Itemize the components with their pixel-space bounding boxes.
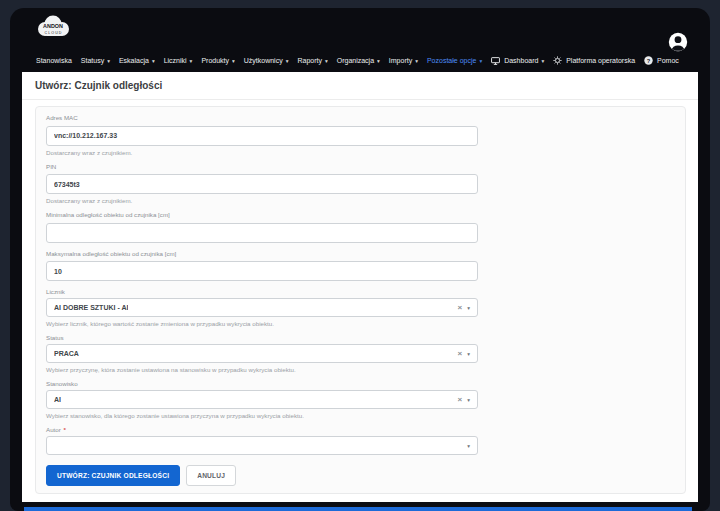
chevron-down-icon: ▾ [325,58,328,64]
nav-item-produkty[interactable]: Produkty ▾ [201,57,234,64]
chevron-down-icon: ▾ [286,58,289,64]
field-help: Wybierz stanowisko, dla którego zostanie… [46,412,675,419]
field-autor: Autor * ▾ [46,426,675,455]
chevron-down-icon: ▾ [232,58,235,64]
field-label: Adres MAC [46,114,675,121]
nav-item-raporty[interactable]: Raporty ▾ [297,57,327,64]
main-menu: Stanowiska Statusy ▾ Eskalacja ▾ Licznik… [36,56,700,65]
form-card: Adres MAC Dostarczany wraz z czujnikiem.… [35,106,686,494]
field-label: Maksymalna odległość obiektu od czujnika… [46,250,675,257]
user-avatar[interactable] [668,32,688,52]
chevron-down-icon: ▾ [479,58,482,64]
chevron-down-icon: ▾ [467,305,470,311]
question-icon: ? [644,56,653,65]
field-label: Minimalna odległość obiektu od czujnika … [46,211,675,218]
adres-mac-input[interactable] [46,126,478,146]
page-title: Utwórz: Czujnik odległości [35,80,685,91]
nav-item-uzytkownicy[interactable]: Użytkownicy ▾ [244,57,289,64]
cloud-icon: ANDON CLOUD [34,14,72,41]
cogs-icon [553,56,562,65]
nav-item-organizacja[interactable]: Organizacja ▾ [337,57,380,64]
chevron-down-icon: ▾ [107,58,110,64]
nav-item-pomoc[interactable]: ? Pomoc [644,56,679,65]
field-help: Dostarczany wraz z czujnikiem. [46,149,675,156]
svg-text:CLOUD: CLOUD [44,31,62,35]
field-status: Status PRACA × ▾ Wybierz przyczynę, któr… [46,334,675,373]
browser-window: ANDON CLOUD Stanowiska Statusy ▾ [10,8,710,511]
chevron-down-icon: ▾ [467,443,470,449]
autor-select[interactable]: ▾ [46,436,478,455]
clear-icon[interactable]: × [458,396,463,404]
selected-value: PRACA [54,350,79,357]
field-min-distance: Minimalna odległość obiektu od czujnika … [46,211,675,243]
navbar: ANDON CLOUD Stanowiska Statusy ▾ [10,8,710,72]
field-help: Wybierz przyczynę, która zostanie ustawi… [46,366,675,373]
chevron-down-icon: ▾ [190,58,193,64]
field-label: Stanowisko [46,380,675,387]
chevron-down-icon: ▾ [467,351,470,357]
nav-item-stanowiska[interactable]: Stanowiska [36,57,72,64]
licznik-select[interactable]: AI DOBRE SZTUKI - AI × ▾ [46,298,478,317]
field-max-distance: Maksymalna odległość obiektu od czujnika… [46,250,675,282]
page-header: Utwórz: Czujnik odległości [22,72,698,100]
field-licznik: Licznik AI DOBRE SZTUKI - AI × ▾ Wybierz… [46,288,675,327]
field-label: Status [46,334,675,341]
svg-text:ANDON: ANDON [43,23,63,29]
field-label: Autor * [46,426,675,433]
nav-item-importy[interactable]: Importy ▾ [389,57,418,64]
chevron-down-icon: ▾ [467,397,470,403]
selected-value: AI DOBRE SZTUKI - AI [54,304,128,311]
selected-value: AI [54,396,61,403]
nav-item-platforma-operatorska[interactable]: Platforma operatorska [553,56,635,65]
required-marker: * [64,426,66,433]
chevron-down-icon: ▾ [541,58,544,64]
nav-item-eskalacja[interactable]: Eskalacja ▾ [119,57,155,64]
field-stanowisko: Stanowisko AI × ▾ Wybierz stanowisko, dl… [46,380,675,419]
submit-button[interactable]: UTWÓRZ: CZUJNIK ODLEGŁOŚCI [46,465,180,486]
field-help: Wybierz licznik, którego wartość zostani… [46,320,675,327]
max-distance-input[interactable] [46,261,478,281]
chevron-down-icon: ▾ [152,58,155,64]
field-help: Dostarczany wraz z czujnikiem. [46,197,675,204]
field-adres-mac: Adres MAC Dostarczany wraz z czujnikiem. [46,114,675,156]
svg-text:?: ? [647,58,651,64]
field-pin: PIN Dostarczany wraz z czujnikiem. [46,163,675,205]
nav-item-statusy[interactable]: Statusy ▾ [81,57,110,64]
chevron-down-icon: ▾ [377,58,380,64]
status-select[interactable]: PRACA × ▾ [46,344,478,363]
cancel-button[interactable]: ANULUJ [186,465,236,486]
clear-icon[interactable]: × [458,350,463,358]
form-actions: UTWÓRZ: CZUJNIK ODLEGŁOŚCI ANULUJ [46,465,675,486]
andon-cloud-logo[interactable]: ANDON CLOUD [34,14,72,41]
field-label: PIN [46,163,675,170]
pin-input[interactable] [46,174,478,194]
nav-item-liczniki[interactable]: Liczniki ▾ [164,57,193,64]
clear-icon[interactable]: × [458,304,463,312]
chevron-down-icon: ▾ [415,58,418,64]
stanowisko-select[interactable]: AI × ▾ [46,390,478,409]
monitor-icon [491,57,500,65]
field-label: Licznik [46,288,675,295]
bottom-strip [24,507,692,511]
page-content: Utwórz: Czujnik odległości Adres MAC Dos… [22,72,698,502]
nav-item-dashboard[interactable]: Dashboard ▾ [491,57,544,65]
min-distance-input[interactable] [46,223,478,243]
nav-item-pozostale-opcje[interactable]: Pozostałe opcje ▾ [427,57,482,64]
